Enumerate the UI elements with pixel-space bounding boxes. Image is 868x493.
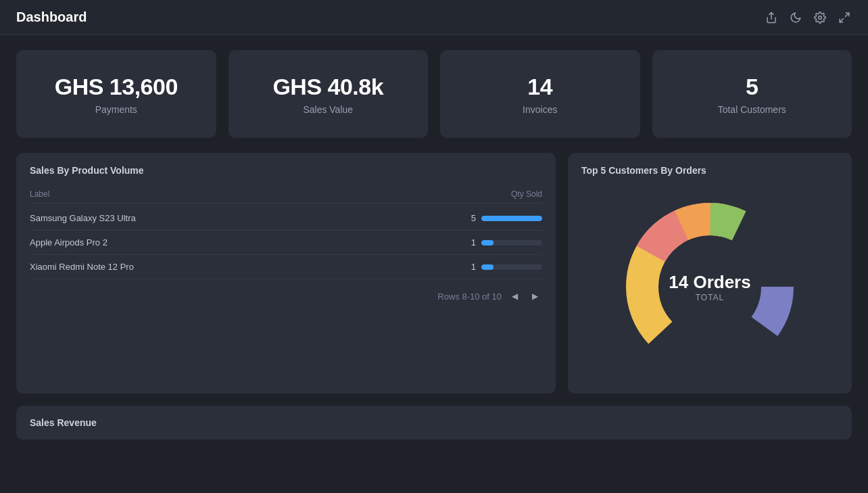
svg-line-3 <box>840 18 843 22</box>
col-qty: Qty Sold <box>511 189 542 199</box>
donut-center-label: TOTAL <box>669 293 750 302</box>
table-row: Apple Airpods Pro 2 1 <box>30 231 542 255</box>
row-qty: 1 <box>464 237 476 248</box>
row-product-name: Xiaomi Redmi Note 12 Pro <box>30 262 134 272</box>
settings-icon[interactable] <box>813 10 827 25</box>
stat-label-sales: Sales Value <box>303 104 353 115</box>
table-footer: Rows 8-10 of 10 ◀ ▶ <box>30 289 542 304</box>
bar-container <box>481 216 542 221</box>
table-row: Xiaomi Redmi Note 12 Pro 1 <box>30 255 542 279</box>
next-page-button[interactable]: ▶ <box>527 289 542 304</box>
moon-icon[interactable] <box>788 10 803 25</box>
table-header: Label Qty Sold <box>30 185 542 204</box>
stat-card-sales: GHS 40.8k Sales Value <box>228 50 429 138</box>
app-header: Dashboard <box>0 0 868 35</box>
table-row: Samsung Galaxy S23 Ultra 5 <box>30 206 542 231</box>
row-right: 1 <box>464 262 542 272</box>
svg-point-1 <box>819 16 822 19</box>
stat-value-payments: GHS 13,600 <box>55 74 178 100</box>
pagination-label: Rows 8-10 of 10 <box>437 291 502 302</box>
row-right: 5 <box>464 213 542 223</box>
bar-container <box>481 240 542 245</box>
donut-chart-title: Top 5 Customers By Orders <box>581 165 706 176</box>
row-qty: 1 <box>464 262 476 272</box>
header-actions <box>764 10 852 25</box>
donut-center-value: 14 Orders <box>669 272 750 293</box>
bottom-row: Sales By Product Volume Label Qty Sold S… <box>16 153 852 394</box>
sales-table-panel: Sales By Product Volume Label Qty Sold S… <box>16 153 556 394</box>
stat-value-customers: 5 <box>746 74 758 100</box>
stat-value-sales: GHS 40.8k <box>272 74 383 100</box>
page-title: Dashboard <box>16 9 87 25</box>
stat-label-customers: Total Customers <box>718 104 786 115</box>
bar-fill <box>481 240 493 245</box>
row-qty: 5 <box>464 213 476 223</box>
row-product-name: Apple Airpods Pro 2 <box>30 237 107 248</box>
stat-card-invoices: 14 Invoices <box>440 50 640 138</box>
sales-revenue-panel: Sales Revenue <box>16 406 852 440</box>
bar-fill <box>481 264 493 270</box>
main-content: GHS 13,600 Payments GHS 40.8k Sales Valu… <box>0 35 868 454</box>
donut-center: 14 Orders TOTAL <box>669 272 750 302</box>
col-label: Label <box>30 189 49 199</box>
expand-icon[interactable] <box>837 10 852 25</box>
stats-row: GHS 13,600 Payments GHS 40.8k Sales Valu… <box>16 50 852 138</box>
prev-page-button[interactable]: ◀ <box>507 289 522 304</box>
row-right: 1 <box>464 237 542 248</box>
donut-chart: 14 Orders TOTAL <box>615 192 804 381</box>
stat-label-invoices: Invoices <box>523 104 557 115</box>
bar-fill <box>481 216 542 221</box>
donut-chart-panel: Top 5 Customers By Orders <box>568 153 852 394</box>
bar-container <box>481 264 542 270</box>
stat-card-customers: 5 Total Customers <box>652 50 852 138</box>
svg-line-2 <box>846 13 849 16</box>
share-icon[interactable] <box>764 10 779 25</box>
stat-card-payments: GHS 13,600 Payments <box>16 50 216 138</box>
sales-table-title: Sales By Product Volume <box>30 165 542 176</box>
sales-revenue-title: Sales Revenue <box>30 417 97 428</box>
row-product-name: Samsung Galaxy S23 Ultra <box>30 213 136 223</box>
stat-label-payments: Payments <box>95 104 137 115</box>
stat-value-invoices: 14 <box>527 74 552 100</box>
